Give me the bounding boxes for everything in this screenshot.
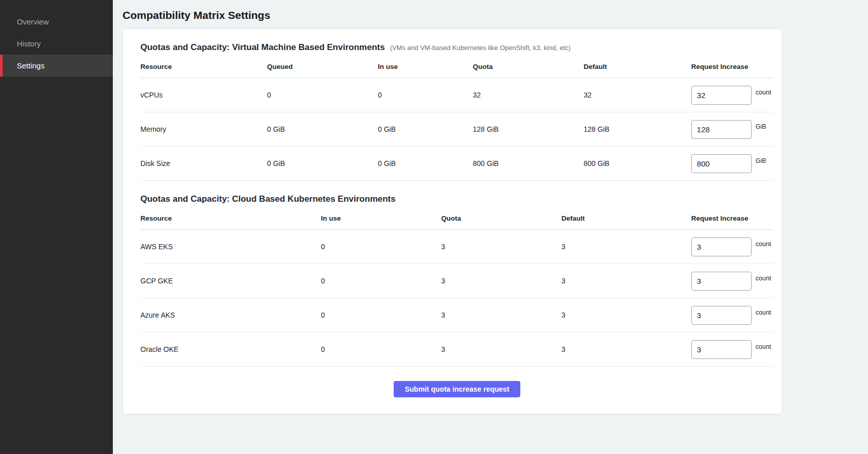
default-value: 128 GiB: [584, 112, 691, 147]
column-header-default: Default: [562, 211, 691, 230]
sidebar-item-label: History: [17, 39, 41, 48]
column-header-quota: Quota: [473, 60, 584, 78]
quota-value: 3: [441, 230, 562, 264]
vm-table-header-row: Resource Queued In use Quota Default Req…: [140, 60, 774, 78]
request-increase-input-aws-eks[interactable]: [691, 237, 752, 256]
resource-name: Oracle OKE: [140, 332, 321, 367]
in-use-value: 0: [321, 298, 441, 332]
column-header-default: Default: [584, 60, 691, 78]
cloud-section-header: Quotas and Capacity: Cloud Based Kuberne…: [140, 194, 774, 204]
unit-label: count: [756, 309, 771, 316]
queued-value: 0 GiB: [267, 147, 378, 181]
cloud-section-title: Quotas and Capacity: Cloud Based Kuberne…: [140, 194, 396, 204]
unit-label: count: [756, 89, 771, 96]
resource-name: Disk Size: [140, 147, 267, 181]
default-value: 32: [584, 78, 691, 112]
default-value: 3: [562, 332, 691, 367]
default-value: 3: [562, 230, 691, 264]
cloud-table-header-row: Resource In use Quota Default Request In…: [140, 211, 774, 230]
vm-section-header: Quotas and Capacity: Virtual Machine Bas…: [140, 42, 774, 53]
column-header-queued: Queued: [267, 60, 378, 78]
in-use-value: 0: [321, 332, 441, 367]
column-header-resource: Resource: [140, 60, 267, 78]
in-use-value: 0: [321, 264, 441, 298]
resource-name: Azure AKS: [140, 298, 321, 332]
vm-section-subtitle: (VMs and VM-based Kubernetes like OpenSh…: [390, 44, 571, 52]
resource-name: AWS EKS: [140, 230, 321, 264]
default-value: 3: [562, 264, 691, 298]
queued-value: 0: [267, 78, 378, 112]
column-header-in-use: In use: [321, 211, 441, 230]
cloud-quota-table: Resource In use Quota Default Request In…: [140, 211, 774, 367]
request-increase-input-azure-aks[interactable]: [691, 306, 752, 325]
quota-value: 3: [441, 298, 562, 332]
sidebar-item-label: Settings: [17, 61, 44, 70]
default-value: 800 GiB: [584, 147, 691, 181]
column-header-quota: Quota: [441, 211, 562, 230]
column-header-resource: Resource: [140, 211, 321, 230]
vm-quota-table: Resource Queued In use Quota Default Req…: [140, 60, 774, 181]
quota-value: 3: [441, 264, 562, 298]
unit-label: GiB: [756, 157, 766, 164]
page-title: Compatibility Matrix Settings: [123, 9, 868, 21]
unit-label: count: [756, 343, 771, 350]
quota-value: 32: [473, 78, 584, 112]
quota-value: 128 GiB: [473, 112, 584, 147]
submit-button-container: Submit quota increase request: [140, 381, 774, 397]
table-row-gcp-gke: GCP GKE 0 3 3 count: [140, 264, 774, 298]
sidebar-item-label: Overview: [17, 17, 49, 26]
quota-value: 800 GiB: [473, 147, 584, 181]
queued-value: 0 GiB: [267, 112, 378, 147]
in-use-value: 0 GiB: [378, 147, 473, 181]
table-row-azure-aks: Azure AKS 0 3 3 count: [140, 298, 774, 332]
resource-name: GCP GKE: [140, 264, 321, 298]
column-header-request-increase: Request Increase: [691, 60, 774, 78]
vm-section-title: Quotas and Capacity: Virtual Machine Bas…: [140, 42, 385, 53]
sidebar: Overview History Settings: [0, 0, 113, 454]
table-row-oracle-oke: Oracle OKE 0 3 3 count: [140, 332, 774, 367]
in-use-value: 0: [378, 78, 473, 112]
request-increase-input-oracle-oke[interactable]: [691, 340, 752, 359]
unit-label: GiB: [756, 123, 766, 130]
resource-name: vCPUs: [140, 78, 267, 112]
unit-label: count: [756, 241, 771, 248]
in-use-value: 0 GiB: [378, 112, 473, 147]
table-row-aws-eks: AWS EKS 0 3 3 count: [140, 230, 774, 264]
request-increase-input-gcp-gke[interactable]: [691, 272, 752, 291]
sidebar-item-settings[interactable]: Settings: [0, 55, 113, 77]
request-increase-input-vcpus[interactable]: [691, 86, 752, 105]
column-header-request-increase: Request Increase: [691, 211, 774, 230]
column-header-in-use: In use: [378, 60, 473, 78]
table-row-vcpus: vCPUs 0 0 32 32 count: [140, 78, 774, 112]
resource-name: Memory: [140, 112, 267, 147]
submit-quota-request-button[interactable]: Submit quota increase request: [394, 381, 521, 397]
table-row-disk-size: Disk Size 0 GiB 0 GiB 800 GiB 800 GiB Gi…: [140, 147, 774, 181]
main-content: Compatibility Matrix Settings Quotas and…: [113, 0, 868, 454]
default-value: 3: [562, 298, 691, 332]
settings-card: Quotas and Capacity: Virtual Machine Bas…: [123, 29, 782, 414]
quota-value: 3: [441, 332, 562, 367]
request-increase-input-memory[interactable]: [691, 120, 752, 139]
unit-label: count: [756, 275, 771, 282]
sidebar-item-history[interactable]: History: [0, 33, 113, 55]
request-increase-input-disk-size[interactable]: [691, 154, 752, 173]
table-row-memory: Memory 0 GiB 0 GiB 128 GiB 128 GiB GiB: [140, 112, 774, 147]
sidebar-item-overview[interactable]: Overview: [0, 11, 113, 33]
in-use-value: 0: [321, 230, 441, 264]
